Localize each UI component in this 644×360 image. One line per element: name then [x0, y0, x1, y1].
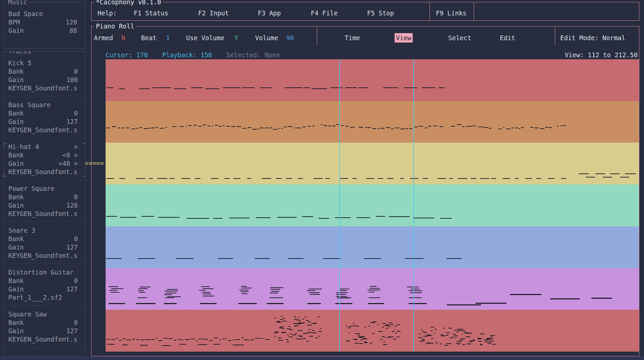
track-band-square-saw[interactable]: [106, 310, 639, 352]
top-bar-divider: [429, 2, 430, 20]
note-mark: [349, 332, 350, 333]
track-divider: [4, 305, 84, 306]
note-mark: [431, 338, 433, 339]
note-mark: [273, 129, 275, 130]
note-mark: [454, 336, 458, 336]
note-mark: [471, 178, 476, 179]
note-mark: [307, 325, 312, 326]
note-mark: [447, 258, 462, 259]
note-mark: [241, 338, 244, 338]
note-mark: [287, 335, 289, 335]
note-mark: [465, 337, 470, 337]
note-mark: [282, 321, 287, 321]
note-mark: [486, 338, 489, 339]
track-item-square-saw[interactable]: Square SawBank0Gain127KEYGEN_Soundfont.s: [8, 310, 85, 352]
field-value-use-volume[interactable]: Y: [234, 33, 238, 43]
track-gain-label: Gain: [8, 159, 24, 168]
tab-time[interactable]: Time: [345, 33, 360, 43]
field-value-beat[interactable]: 1: [166, 33, 170, 43]
note-mark: [242, 128, 246, 129]
note-mark: [451, 126, 455, 127]
track-band-distortion-guitar[interactable]: [106, 268, 639, 310]
track-bank-label: Bank: [8, 151, 24, 159]
field-value-armed[interactable]: N: [121, 33, 125, 43]
note-mark: [409, 290, 422, 291]
track-band-snare-3[interactable]: [106, 226, 639, 268]
track-band-hi-hat-4[interactable]: [106, 143, 639, 185]
note-mark: [336, 292, 348, 293]
track-item-kick-5[interactable]: Kick 5Bank0Gain100KEYGEN_Soundfont.s: [8, 59, 85, 101]
music-gain-row[interactable]: Gain 88: [8, 26, 85, 35]
menu-item-f9-links[interactable]: F9 Links: [436, 8, 467, 18]
track-bank-value: 0: [74, 193, 85, 201]
track-band-bass-square[interactable]: [106, 101, 639, 143]
note-mark: [275, 129, 278, 130]
bpm-row[interactable]: BPM 120: [8, 18, 85, 26]
note-mark: [339, 289, 350, 289]
note-mark: [406, 128, 408, 129]
track-soundfont-file: KEYGEN_Soundfont.s: [8, 168, 85, 176]
note-mark: [241, 286, 247, 287]
note-mark: [233, 345, 244, 345]
note-mark: [203, 296, 214, 296]
field-value-volume[interactable]: 90: [286, 33, 294, 43]
note-mark: [503, 127, 505, 128]
note-mark: [255, 258, 270, 259]
note-mark: [286, 178, 292, 179]
note-mark: [200, 303, 217, 304]
note-mark: [241, 288, 252, 288]
note-mark: [307, 303, 320, 304]
menu-item-f2-input[interactable]: F2 Input: [198, 8, 229, 18]
status-cursor: Cursor: 170: [106, 51, 148, 59]
note-mark: [111, 288, 123, 289]
track-item-hi-hat-4[interactable]: Hi-hat 4>Bank<0 >Gain<48 >KEYGEN_Soundfo…: [8, 143, 85, 185]
menu-item-f3-app[interactable]: F3 App: [258, 8, 281, 18]
note-mark: [285, 87, 302, 88]
note-mark: [306, 341, 309, 342]
track-select-marker: [78, 226, 85, 235]
note-mark: [233, 340, 235, 340]
track-band-power-square[interactable]: [106, 185, 639, 226]
track-item-bass-square[interactable]: Bass SquareBank0Gain127KEYGEN_Soundfont.…: [8, 101, 85, 143]
track-band-kick-5[interactable]: [106, 59, 639, 101]
track-gain-label: Gain: [8, 243, 24, 251]
note-mark: [208, 126, 210, 126]
track-bank-label: Bank: [8, 109, 24, 118]
note-mark: [439, 87, 445, 88]
menu-item-f4-file[interactable]: F4 File: [311, 8, 338, 18]
note-mark: [153, 87, 171, 88]
field-label-beat: Beat: [141, 33, 157, 43]
menu-item-f1-status[interactable]: F1 Status: [134, 8, 168, 18]
tab-edit[interactable]: Edit: [500, 33, 515, 43]
piano-roll-grid[interactable]: [106, 59, 639, 352]
selection-corner-icon: [4, 173, 7, 176]
note-mark: [181, 178, 190, 179]
note-mark: [407, 287, 419, 287]
track-item-power-square[interactable]: Power SquareBank0Gain126KEYGEN_Soundfont…: [8, 185, 85, 226]
note-mark: [136, 339, 139, 340]
note-mark: [431, 327, 434, 328]
note-mark: [198, 126, 201, 127]
track-selection-arrow-icon: <====: [85, 159, 104, 167]
note-mark: [457, 124, 461, 125]
tab-select[interactable]: Select: [448, 33, 471, 43]
note-mark: [166, 127, 167, 128]
window-bottom-strip: [0, 356, 644, 360]
track-item-distortion-guitar[interactable]: Distortion GuitarBank0Gain127Part_1___2.…: [8, 268, 85, 310]
note-mark: [140, 287, 151, 287]
note-mark: [165, 297, 174, 298]
song-name-row[interactable]: Bad Space: [8, 10, 85, 18]
note-mark: [290, 333, 291, 334]
note-mark: [485, 341, 487, 342]
note-mark: [456, 343, 461, 344]
menu-item-f5-stop[interactable]: F5 Stop: [367, 8, 394, 18]
note-mark: [404, 87, 417, 88]
note-mark: [391, 129, 394, 129]
note-mark: [380, 128, 385, 129]
note-mark: [548, 178, 554, 179]
note-mark: [348, 341, 349, 342]
track-item-snare-3[interactable]: Snare 3Bank0Gain127KEYGEN_Soundfont.s: [8, 226, 85, 268]
note-mark: [123, 338, 125, 339]
tab-view[interactable]: View: [395, 33, 413, 43]
note-mark: [348, 328, 350, 328]
